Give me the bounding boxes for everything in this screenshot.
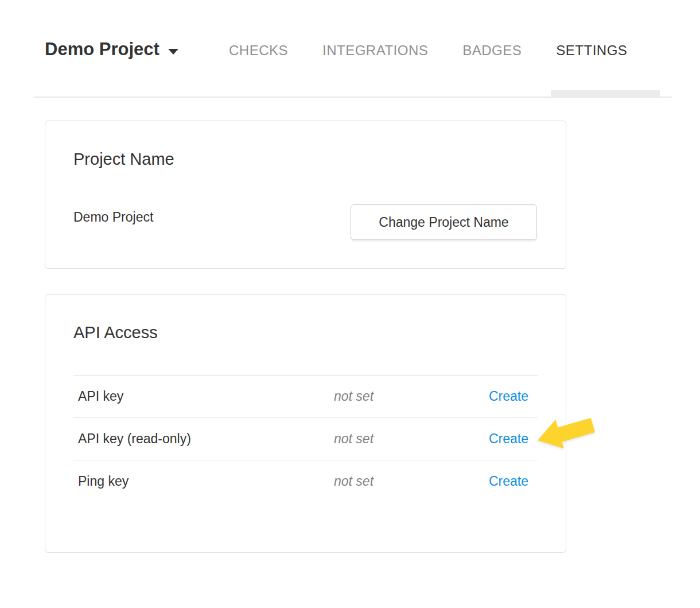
project-switcher[interactable]: Demo Project bbox=[45, 39, 178, 60]
header-divider bbox=[34, 96, 672, 98]
project-name-card-title: Project Name bbox=[73, 150, 174, 169]
create-ping-key-link[interactable]: Create bbox=[489, 474, 533, 489]
api-access-card: API Access API key not set Create API ke… bbox=[45, 294, 566, 553]
tab-checks[interactable]: CHECKS bbox=[212, 42, 305, 59]
project-switcher-label: Demo Project bbox=[45, 39, 160, 60]
ping-key-value: not set bbox=[334, 474, 489, 489]
current-project-name: Demo Project bbox=[73, 210, 153, 225]
project-name-card: Project Name Demo Project Change Project… bbox=[45, 121, 566, 269]
nav-tabs: CHECKS INTEGRATIONS BADGES SETTINGS bbox=[212, 33, 644, 68]
change-project-name-button[interactable]: Change Project Name bbox=[351, 204, 537, 240]
caret-down-icon bbox=[168, 49, 178, 55]
api-access-card-title: API Access bbox=[73, 323, 158, 342]
create-api-key-link[interactable]: Create bbox=[489, 389, 533, 404]
tab-settings[interactable]: SETTINGS bbox=[539, 42, 644, 59]
tab-badges[interactable]: BADGES bbox=[445, 42, 539, 59]
project-name-row: Demo Project Change Project Name bbox=[73, 204, 537, 240]
table-row-api-key-read-only: API key (read-only) not set Create bbox=[73, 417, 538, 460]
table-row-ping-key: Ping key not set Create bbox=[73, 460, 538, 502]
table-row-api-key: API key not set Create bbox=[73, 375, 538, 417]
api-key-read-only-value: not set bbox=[334, 431, 489, 447]
api-key-label: API key bbox=[78, 389, 334, 404]
api-key-read-only-label: API key (read-only) bbox=[78, 431, 334, 447]
ping-key-label: Ping key bbox=[78, 474, 334, 489]
create-api-key-read-only-link[interactable]: Create bbox=[489, 431, 533, 447]
api-keys-table: API key not set Create API key (read-onl… bbox=[73, 375, 538, 502]
api-key-value: not set bbox=[334, 389, 489, 404]
tab-integrations[interactable]: INTEGRATIONS bbox=[305, 42, 445, 59]
